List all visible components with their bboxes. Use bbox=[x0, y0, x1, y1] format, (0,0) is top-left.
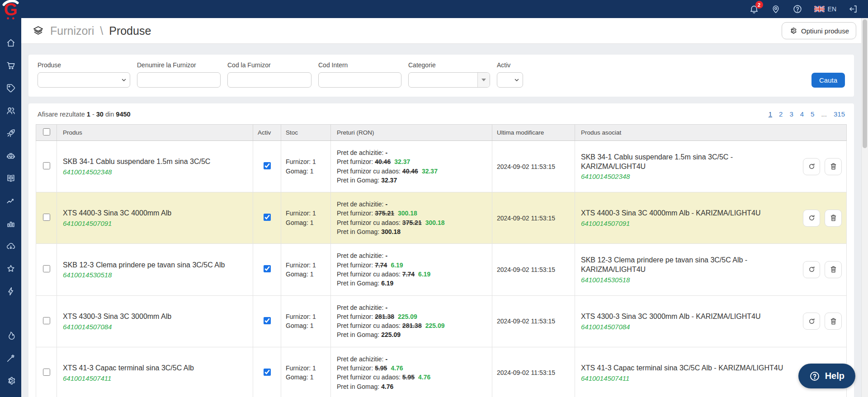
main-content: Produse Denumire la Furnizor Cod la Furn… bbox=[21, 44, 868, 397]
layers-icon bbox=[32, 25, 44, 37]
sidebar-nav bbox=[0, 32, 21, 392]
gomag-logo-icon: G bbox=[0, 0, 21, 20]
row-select-checkbox[interactable] bbox=[43, 162, 50, 169]
refresh-icon bbox=[807, 317, 816, 326]
sidebar-item-analytics[interactable] bbox=[0, 190, 21, 212]
sync-product-button[interactable] bbox=[803, 261, 820, 278]
filter-denumire-furnizor: Denumire la Furnizor bbox=[137, 61, 221, 88]
summary-from: 1 bbox=[87, 111, 90, 118]
pagination-page-3[interactable]: 3 bbox=[789, 110, 793, 118]
vertical-scrollbar bbox=[861, 18, 868, 397]
breadcrumb-parent[interactable]: Furnizori bbox=[50, 24, 94, 37]
delete-product-button[interactable] bbox=[825, 261, 842, 278]
sidebar-item-orders[interactable] bbox=[0, 54, 21, 77]
row-select-checkbox[interactable] bbox=[43, 265, 50, 272]
star-icon bbox=[6, 264, 16, 274]
cod-furnizor-input[interactable] bbox=[227, 72, 311, 88]
sidebar-item-import[interactable] bbox=[0, 235, 21, 257]
sync-product-button[interactable] bbox=[803, 158, 820, 175]
price-label-adaos: Pret furnizor cu adaos: bbox=[337, 374, 401, 381]
produse-select[interactable] bbox=[38, 72, 130, 88]
notifications-button[interactable]: 2 bbox=[749, 4, 759, 14]
sync-product-button[interactable] bbox=[803, 313, 820, 330]
language-selector[interactable]: EN bbox=[814, 5, 836, 13]
sidebar-item-home[interactable] bbox=[0, 32, 21, 54]
activ-checkbox[interactable] bbox=[264, 317, 271, 324]
help-widget-button[interactable]: Help bbox=[798, 364, 855, 388]
sidebar-item-settings[interactable] bbox=[0, 369, 21, 392]
language-label: EN bbox=[828, 5, 836, 13]
delete-product-button[interactable] bbox=[825, 158, 842, 175]
price-furnizor-new: 32.37 bbox=[394, 158, 410, 165]
logout-icon bbox=[848, 4, 858, 14]
price-line-achizitie: Pret de achizitie:- bbox=[337, 148, 487, 157]
pagination-page-2[interactable]: 2 bbox=[779, 110, 783, 118]
row-select-checkbox[interactable] bbox=[43, 369, 50, 376]
price-furnizor-new: 6.19 bbox=[391, 262, 403, 269]
delete-product-button[interactable] bbox=[825, 313, 842, 330]
cloud-download-icon bbox=[6, 241, 16, 251]
row-select-checkbox[interactable] bbox=[43, 214, 50, 221]
pagination-page-5[interactable]: 5 bbox=[811, 110, 814, 118]
price-line-adaos: Pret furnizor cu adaos:5.954.76 bbox=[337, 373, 487, 382]
scrollbar-thumb[interactable] bbox=[863, 19, 867, 148]
categorie-select[interactable] bbox=[408, 72, 490, 88]
price-value-achizitie: - bbox=[386, 355, 388, 363]
row-actions bbox=[803, 210, 842, 227]
sidebar-item-hot[interactable] bbox=[0, 324, 21, 347]
gomag-logo[interactable]: G bbox=[0, 0, 21, 18]
stoc-furnizor: Furnizor: 1 bbox=[286, 157, 326, 166]
price-line-achizitie: Pret de achizitie:- bbox=[337, 200, 487, 209]
delete-product-button[interactable] bbox=[825, 210, 842, 227]
product-code: 6410014530518 bbox=[63, 271, 248, 279]
sidebar-item-tools[interactable] bbox=[0, 347, 21, 369]
product-name: XTS 41-3 Capac terminal sina 3C/5C Alb bbox=[63, 364, 226, 373]
trash-icon bbox=[829, 317, 838, 326]
pagination-page-4[interactable]: 4 bbox=[800, 110, 804, 118]
associated-product-code: 6410014507411 bbox=[581, 374, 793, 382]
products-table-body: SKB 34-1 Cablu suspendare 1.5m sina 3C/5… bbox=[36, 141, 847, 397]
help-button[interactable] bbox=[793, 4, 802, 14]
home-icon bbox=[6, 38, 16, 48]
filter-activ-label: Activ bbox=[497, 61, 523, 69]
activ-checkbox[interactable] bbox=[264, 265, 271, 272]
product-options-button[interactable]: Optiuni produse bbox=[782, 22, 856, 39]
price-line-gomag: Pret in Gomag:225.09 bbox=[337, 330, 487, 339]
sync-product-button[interactable] bbox=[803, 210, 820, 227]
denumire-furnizor-input[interactable] bbox=[137, 72, 221, 88]
product-name: SKB 34-1 Cablu suspendare 1.5m sina 3C/5… bbox=[63, 157, 226, 167]
sidebar-item-favorites[interactable] bbox=[0, 257, 21, 280]
sidebar-item-products[interactable] bbox=[0, 77, 21, 99]
row-actions bbox=[803, 261, 842, 278]
price-value-gomag: 225.09 bbox=[381, 331, 401, 338]
logout-button[interactable] bbox=[848, 4, 858, 14]
activ-checkbox[interactable] bbox=[264, 369, 271, 376]
filter-activ: Activ bbox=[497, 61, 523, 88]
select-all-checkbox[interactable] bbox=[43, 128, 50, 135]
sidebar-item-automation[interactable] bbox=[0, 145, 21, 167]
sidebar-item-blog[interactable] bbox=[0, 167, 21, 190]
sidebar-item-quick-actions[interactable] bbox=[0, 280, 21, 303]
activ-checkbox[interactable] bbox=[264, 162, 271, 169]
activ-select[interactable] bbox=[497, 72, 523, 88]
topbar: 2 EN bbox=[21, 0, 868, 18]
row-select-checkbox[interactable] bbox=[43, 317, 50, 324]
price-label-adaos: Pret furnizor cu adaos: bbox=[337, 322, 401, 329]
price-line-achizitie: Pret de achizitie:- bbox=[337, 303, 487, 312]
filter-categorie: Categorie bbox=[408, 61, 490, 88]
stoc-furnizor: Furnizor: 1 bbox=[286, 364, 326, 373]
sidebar-item-customers[interactable] bbox=[0, 99, 21, 122]
product-code: 6410014507084 bbox=[63, 323, 248, 331]
location-button[interactable] bbox=[771, 4, 781, 14]
filter-cod-intern-label: Cod Intern bbox=[318, 61, 401, 69]
pagination-page-1[interactable]: 1 bbox=[769, 110, 772, 118]
pagination-page-315[interactable]: 315 bbox=[834, 110, 845, 118]
price-adaos-new: 4.76 bbox=[418, 374, 430, 381]
search-button[interactable]: Cauta bbox=[811, 73, 845, 88]
cod-intern-input[interactable] bbox=[318, 72, 401, 88]
sidebar-item-reports[interactable] bbox=[0, 212, 21, 235]
refresh-icon bbox=[807, 265, 816, 274]
price-adaos-old: 375.21 bbox=[402, 219, 422, 226]
sidebar-item-marketing[interactable] bbox=[0, 122, 21, 145]
activ-checkbox[interactable] bbox=[264, 214, 271, 221]
